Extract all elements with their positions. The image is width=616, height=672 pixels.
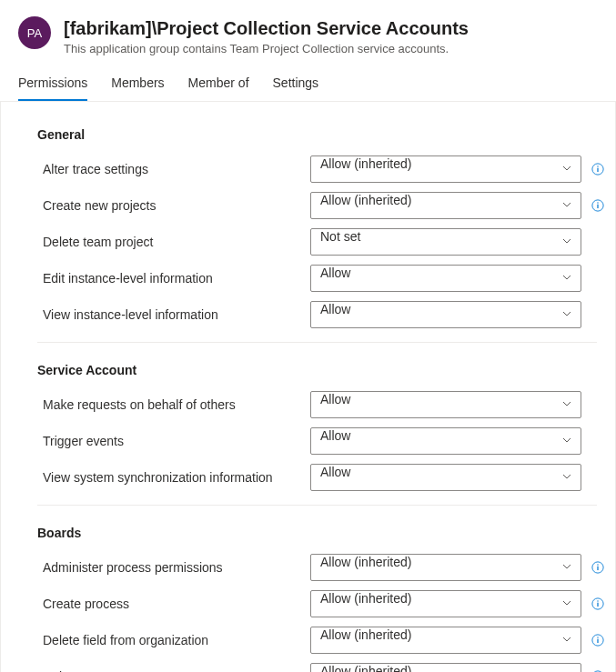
permission-label: View system synchronization information: [37, 470, 301, 485]
permission-label: Create process: [37, 597, 301, 611]
tab-bar: PermissionsMembersMember ofSettings: [0, 63, 616, 102]
permission-row: Delete processAllow (inherited): [37, 658, 597, 672]
tab-members[interactable]: Members: [111, 75, 164, 101]
section-title: Service Account: [37, 363, 597, 377]
permission-row: Make requests on behalf of othersAllow: [37, 386, 597, 423]
avatar: PA: [18, 16, 51, 49]
avatar-initials: PA: [27, 26, 42, 40]
permission-select[interactable]: Allow: [310, 265, 581, 292]
svg-point-13: [597, 637, 598, 637]
info-icon[interactable]: [591, 198, 605, 213]
permission-row: Delete team projectNot set: [37, 224, 597, 260]
svg-point-7: [597, 564, 598, 565]
permission-select[interactable]: Allow: [310, 391, 581, 418]
tab-permissions[interactable]: Permissions: [18, 75, 87, 101]
permission-label: Delete field from organization: [37, 633, 301, 647]
permission-select[interactable]: Allow: [310, 301, 581, 328]
svg-rect-11: [597, 603, 598, 607]
info-icon[interactable]: [591, 633, 605, 647]
permission-select[interactable]: Not set: [310, 228, 581, 256]
permission-label: View instance-level information: [37, 307, 301, 322]
divider: [37, 342, 597, 343]
permission-select[interactable]: Allow (inherited): [310, 155, 581, 183]
permission-select[interactable]: Allow (inherited): [310, 192, 581, 219]
permission-select[interactable]: Allow (inherited): [310, 590, 581, 617]
svg-rect-2: [597, 168, 598, 172]
permission-select[interactable]: Allow: [310, 427, 581, 455]
svg-point-10: [597, 600, 598, 601]
section-title: Boards: [37, 526, 597, 540]
permission-select[interactable]: Allow (inherited): [310, 627, 581, 654]
permission-row: Edit instance-level informationAllow: [37, 260, 597, 296]
info-icon[interactable]: [591, 597, 605, 611]
permission-label: Delete team project: [37, 235, 301, 249]
permission-row: View system synchronization informationA…: [37, 459, 597, 496]
permission-label: Alter trace settings: [37, 162, 301, 176]
info-icon[interactable]: [591, 162, 605, 176]
svg-point-1: [597, 165, 598, 166]
svg-rect-14: [597, 639, 598, 643]
permission-select[interactable]: Allow: [310, 464, 581, 491]
section-title: General: [37, 127, 597, 142]
permission-label: Create new projects: [37, 198, 301, 213]
permission-row: Administer process permissionsAllow (inh…: [37, 549, 597, 586]
permission-label: Administer process permissions: [37, 560, 301, 575]
svg-rect-8: [597, 567, 598, 570]
permission-label: Trigger events: [37, 434, 301, 448]
svg-point-4: [597, 202, 598, 203]
divider: [37, 505, 597, 506]
info-icon[interactable]: [591, 560, 605, 575]
permission-label: Make requests on behalf of others: [37, 397, 301, 412]
page-title: [fabrikam]\Project Collection Service Ac…: [64, 16, 598, 40]
permission-row: Create processAllow (inherited): [37, 586, 597, 622]
permission-select[interactable]: Allow (inherited): [310, 554, 581, 581]
svg-rect-5: [597, 205, 598, 208]
permission-label: Edit instance-level information: [37, 271, 301, 286]
permission-row: View instance-level informationAllow: [37, 296, 597, 333]
page-subtitle: This application group contains Team Pro…: [64, 42, 598, 55]
tab-settings[interactable]: Settings: [273, 75, 319, 101]
permission-select[interactable]: Allow (inherited): [310, 663, 581, 672]
permission-row: Delete field from organizationAllow (inh…: [37, 622, 597, 658]
permission-row: Alter trace settingsAllow (inherited): [37, 151, 597, 187]
permission-row: Trigger eventsAllow: [37, 423, 597, 459]
tab-member-of[interactable]: Member of: [188, 75, 249, 101]
permission-row: Create new projectsAllow (inherited): [37, 187, 597, 224]
